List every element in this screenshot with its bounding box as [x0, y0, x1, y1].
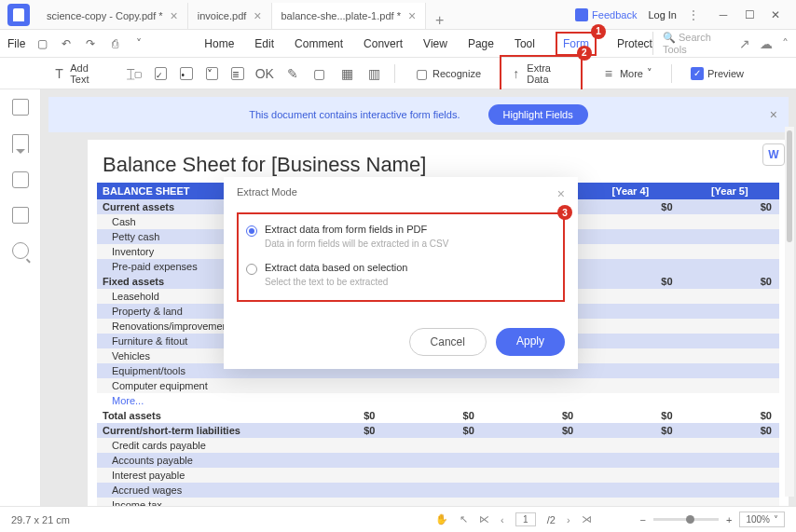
text-field-icon[interactable]: ⌶▢	[127, 66, 142, 81]
tab-science[interactable]: science-copy - Copy.pdf *×	[37, 3, 188, 29]
bookmark-icon[interactable]	[12, 134, 29, 153]
search-icon[interactable]	[12, 242, 29, 259]
text-icon: T	[52, 66, 66, 81]
zoom-slider[interactable]	[653, 518, 719, 521]
page-input[interactable]: 1	[515, 512, 536, 526]
signature-icon[interactable]: ✎	[285, 66, 299, 81]
zoom-out-icon[interactable]: −	[640, 514, 646, 525]
recognize-icon: ▢	[414, 66, 429, 81]
more-icon[interactable]: ⋮	[688, 8, 699, 21]
dropdown-icon[interactable]: ˅	[206, 67, 218, 80]
search-placeholder: Search Tools	[663, 32, 711, 55]
toolbar: TAdd Text ⌶▢ ˅ ≡ OK ✎ ▢ ▦ ▥ ▢Recognize ↑…	[0, 58, 796, 89]
preview-toggle[interactable]: ✓Preview	[685, 63, 749, 84]
form-banner: This document contains interactive form …	[48, 97, 789, 132]
menu-page[interactable]: Page	[468, 32, 494, 56]
share-icon[interactable]: ↗	[739, 36, 750, 51]
radio-label: Extract data based on selection	[265, 262, 407, 273]
zoom-value: 100%	[746, 514, 770, 525]
radio-label: Extract data from form fields in PDF	[265, 224, 448, 235]
titlebar: science-copy - Copy.pdf *× invoice.pdf× …	[0, 0, 796, 30]
badge-1: 1	[591, 24, 606, 39]
checkbox-icon[interactable]	[155, 67, 167, 80]
extract-data-button[interactable]: ↑Extra Data2	[500, 55, 583, 92]
total-assets-row: Total assets$0$0$0$0$0	[97, 408, 779, 423]
undo-icon[interactable]: ↶	[57, 34, 75, 53]
tab-label: balance-she...plate-1.pdf *	[281, 10, 401, 21]
check-icon: ✓	[691, 67, 704, 80]
menu-tool[interactable]: Tool	[515, 32, 535, 56]
tab-balance[interactable]: balance-she...plate-1.pdf *×	[272, 3, 427, 29]
close-icon[interactable]: ×	[254, 8, 261, 23]
add-text-button[interactable]: TAdd Text	[47, 59, 114, 89]
button-label: More	[620, 68, 643, 79]
close-button[interactable]: ✕	[762, 6, 789, 24]
more-button[interactable]: ≡More˅	[596, 62, 658, 85]
button-label: Preview	[707, 68, 744, 79]
next-page-icon[interactable]: ›	[567, 514, 570, 525]
thumbnails-icon[interactable]	[12, 99, 29, 116]
radio-icon[interactable]	[180, 67, 192, 80]
attachments-icon[interactable]	[12, 207, 29, 224]
feedback-icon	[575, 8, 588, 21]
chevron-down-icon[interactable]: ˅	[130, 34, 148, 53]
minimize-button[interactable]: ─	[710, 6, 736, 24]
button-icon[interactable]: OK	[257, 66, 272, 81]
document-tabs: science-copy - Copy.pdf *× invoice.pdf× …	[37, 0, 575, 29]
zoom-select[interactable]: 100% ˅	[739, 512, 785, 527]
word-export-icon[interactable]: W	[762, 143, 785, 166]
menu-home[interactable]: Home	[204, 32, 234, 56]
highlight-fields-button[interactable]: Highlight Fields	[488, 104, 588, 125]
table-row: Accrued wages	[97, 483, 779, 498]
scrollbar[interactable]	[785, 127, 794, 497]
save-icon[interactable]: ▢	[33, 34, 51, 53]
zoom-in-icon[interactable]: +	[726, 514, 732, 525]
menu-convert[interactable]: Convert	[364, 32, 403, 56]
last-page-icon[interactable]: ⋊	[582, 513, 592, 525]
print-icon[interactable]: ⎙	[105, 34, 124, 53]
cloud-icon[interactable]: ☁	[760, 36, 773, 51]
more-link[interactable]: More...	[97, 393, 779, 408]
feedback-link[interactable]: Feedback	[575, 8, 637, 21]
tab-invoice[interactable]: invoice.pdf×	[188, 3, 272, 29]
add-tab-button[interactable]: +	[426, 12, 453, 29]
login-link[interactable]: Log In	[648, 9, 677, 20]
collapse-icon[interactable]: ˄	[782, 36, 789, 51]
apply-button[interactable]: Apply	[496, 328, 565, 356]
banner-text: This document contains interactive form …	[249, 109, 460, 120]
redo-icon[interactable]: ↷	[81, 34, 100, 53]
file-menu[interactable]: File	[7, 37, 25, 50]
table-row: Computer equipment	[97, 378, 779, 393]
menu-view[interactable]: View	[423, 32, 447, 56]
feedback-label: Feedback	[592, 9, 637, 20]
select-tool-icon[interactable]: ↖	[460, 513, 468, 525]
radio-option-selection[interactable]: Extract data based on selection Select t…	[246, 262, 556, 287]
statusbar: 29.7 x 21 cm ✋ ↖ ⋉ ‹ 1 /2 › ⋊ − + 100% ˅	[0, 506, 796, 532]
badge-3: 3	[557, 205, 572, 220]
menu-protect[interactable]: Protect	[617, 32, 652, 56]
hand-tool-icon[interactable]: ✋	[435, 513, 448, 525]
sidebar	[0, 89, 41, 506]
close-icon[interactable]: ×	[557, 186, 565, 201]
annotations-icon[interactable]	[12, 171, 29, 188]
close-icon[interactable]: ×	[408, 8, 416, 23]
section-current-liab: Current/short-term liabilities$0$0$0$0$0	[97, 423, 779, 438]
button-label: Recognize	[432, 68, 481, 79]
maximize-button[interactable]: ☐	[736, 6, 762, 24]
radio-option-form-fields[interactable]: Extract data from form fields in PDF Dat…	[246, 224, 556, 249]
tab-label: invoice.pdf	[198, 10, 247, 21]
menu-comment[interactable]: Comment	[295, 32, 343, 56]
menu-edit[interactable]: Edit	[254, 32, 274, 56]
listbox-icon[interactable]: ≡	[231, 67, 243, 80]
recognize-button[interactable]: ▢Recognize	[408, 62, 487, 85]
page-dimensions: 29.7 x 21 cm	[11, 514, 70, 525]
close-icon[interactable]: ×	[770, 107, 777, 122]
search-tools[interactable]: 🔍 Search Tools	[652, 32, 730, 55]
image-icon[interactable]: ▢	[312, 66, 326, 81]
prev-page-icon[interactable]: ‹	[501, 514, 504, 525]
barcode-icon[interactable]: ▥	[367, 66, 381, 81]
date-icon[interactable]: ▦	[339, 66, 353, 81]
cancel-button[interactable]: Cancel	[409, 328, 487, 356]
close-icon[interactable]: ×	[171, 8, 178, 23]
first-page-icon[interactable]: ⋉	[479, 513, 489, 525]
